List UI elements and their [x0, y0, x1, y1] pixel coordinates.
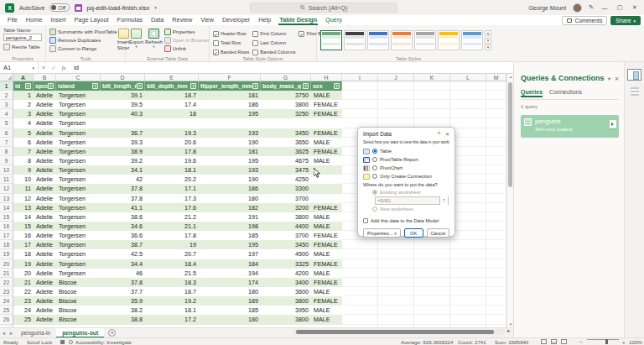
cell[interactable]: 186 [199, 184, 261, 193]
cell[interactable]: 9 [13, 165, 34, 175]
cell[interactable] [378, 81, 414, 91]
cell[interactable]: Biscoe [56, 315, 101, 324]
cell[interactable] [486, 109, 506, 118]
cell[interactable] [486, 306, 506, 315]
row-header-19[interactable]: 19 [0, 249, 13, 259]
cell[interactable]: MALE [311, 91, 342, 100]
import-option-only-create-connection[interactable]: Only Create Connection [363, 172, 449, 180]
cell[interactable] [199, 118, 261, 128]
gallery-up-icon[interactable]: ▲ [485, 30, 491, 36]
row-header-11[interactable]: 11 [0, 175, 13, 184]
cell[interactable]: 193 [199, 165, 261, 175]
cell[interactable] [450, 269, 486, 278]
ok-button[interactable]: OK [404, 228, 423, 238]
cell[interactable] [486, 138, 506, 147]
cell[interactable]: 21.1 [145, 222, 199, 231]
ink-pen-icon[interactable]: ✎ [589, 4, 594, 11]
cell[interactable] [378, 109, 414, 118]
cell[interactable] [486, 315, 506, 324]
checkbox-total-row[interactable]: Total Row [213, 39, 249, 47]
table-style-lightblue[interactable] [461, 30, 483, 50]
cell[interactable]: 34.6 [101, 222, 145, 231]
collapse-dialog-icon[interactable]: ↑ [439, 196, 448, 205]
cell[interactable] [450, 128, 486, 138]
menu-tab-data[interactable]: Data [147, 15, 168, 25]
cell[interactable]: 14 [13, 212, 34, 222]
row-header-2[interactable]: 2 [0, 91, 13, 100]
cell[interactable]: 17.8 [145, 231, 199, 240]
cell[interactable]: 190 [199, 138, 261, 147]
panel-options-chevron-icon[interactable]: ▾ [608, 76, 610, 81]
cell[interactable]: Adelie [34, 194, 56, 203]
cell[interactable]: 3700 [261, 231, 311, 240]
cell[interactable]: 6 [13, 138, 34, 147]
cell[interactable]: Torgersen [56, 147, 101, 156]
cell[interactable]: FEMALE [311, 203, 342, 212]
cell[interactable]: 185 [199, 231, 261, 240]
cell[interactable]: Adelie [34, 269, 56, 278]
menu-tab-review[interactable]: Review [168, 15, 196, 25]
user-name[interactable]: George Mount [528, 5, 566, 11]
filter-icon[interactable]: ▾ [334, 83, 340, 89]
col-header-F[interactable]: F [199, 74, 261, 81]
checkbox-banded-columns[interactable]: Banded Columns [252, 48, 295, 56]
cell[interactable]: Adelie [34, 165, 56, 175]
table-header-bill-length-mm[interactable]: bill_length_mm▾ [101, 81, 145, 91]
cell[interactable] [342, 249, 378, 259]
cell[interactable]: FEMALE [311, 259, 342, 269]
cell[interactable]: 190 [199, 175, 261, 184]
cell[interactable] [378, 91, 414, 100]
cell[interactable]: MALE [311, 287, 342, 296]
cell[interactable]: FEMALE [311, 128, 342, 138]
cell[interactable]: Adelie [34, 315, 56, 324]
cell[interactable]: 34.4 [101, 259, 145, 269]
cell[interactable]: 17.6 [145, 203, 199, 212]
menu-tab-insert[interactable]: Insert [46, 15, 70, 25]
cell[interactable]: 1 [13, 91, 34, 100]
menu-tab-table-design[interactable]: Table Design [275, 15, 321, 25]
row-header-12[interactable]: 12 [0, 184, 13, 193]
cell[interactable]: 3600 [261, 287, 311, 296]
col-header-D[interactable]: D [101, 74, 145, 81]
cell[interactable] [378, 278, 414, 287]
dialog-help-icon[interactable]: ? [438, 131, 440, 137]
cell[interactable]: Adelie [34, 184, 56, 193]
cell[interactable] [342, 109, 378, 118]
cell[interactable]: 38.6 [101, 212, 145, 222]
page-layout-view-icon[interactable] [551, 339, 557, 344]
cell[interactable]: 15 [13, 222, 34, 231]
cell[interactable]: 184 [199, 259, 261, 269]
name-box[interactable]: A1▾ [0, 62, 39, 74]
avatar[interactable] [573, 3, 582, 13]
menu-tab-help[interactable]: Help [254, 15, 275, 25]
select-all-corner[interactable] [0, 74, 13, 81]
cell[interactable]: 16 [13, 231, 34, 240]
cell[interactable] [486, 249, 506, 259]
cell[interactable]: 18.3 [145, 278, 199, 287]
row-header-6[interactable]: 6 [0, 128, 13, 138]
cell[interactable]: 3 [13, 109, 34, 118]
cell[interactable]: 35.9 [101, 296, 145, 306]
cell[interactable]: 180 [199, 315, 261, 324]
cell[interactable]: 19.3 [145, 128, 199, 138]
cell[interactable]: 4200 [261, 269, 311, 278]
cell[interactable] [450, 156, 486, 165]
cell[interactable] [486, 194, 506, 203]
cell[interactable]: 20.2 [145, 175, 199, 184]
cell[interactable] [311, 194, 342, 203]
cell[interactable]: FEMALE [311, 231, 342, 240]
cell[interactable] [450, 91, 486, 100]
autosave-toggle[interactable]: Off [49, 3, 69, 12]
cell[interactable]: Adelie [34, 287, 56, 296]
cell[interactable] [450, 175, 486, 184]
cell[interactable]: Adelie [34, 128, 56, 138]
cell[interactable]: Adelie [34, 175, 56, 184]
cell[interactable]: 18.7 [145, 287, 199, 296]
cell[interactable] [342, 287, 378, 296]
menu-tab-home[interactable]: Home [22, 15, 46, 25]
cell[interactable] [486, 156, 506, 165]
cell[interactable]: 46 [101, 269, 145, 278]
cell[interactable]: 193 [199, 128, 261, 138]
cell[interactable]: 3325 [261, 259, 311, 269]
cell[interactable]: Biscoe [56, 296, 101, 306]
